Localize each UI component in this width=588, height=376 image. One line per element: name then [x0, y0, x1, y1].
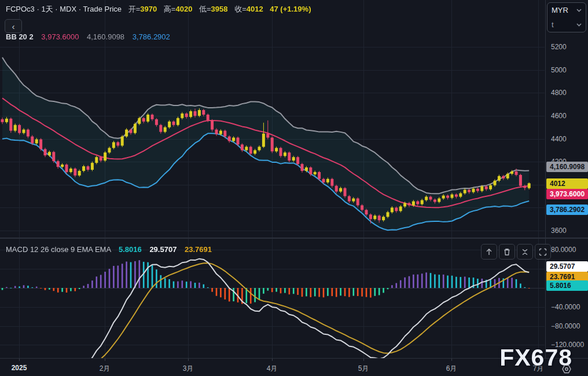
price-tick-label: 5000	[551, 66, 567, 74]
time-axis-label: 4月	[267, 364, 278, 374]
time-axis-label: 3月	[183, 364, 194, 374]
time-tick-mark	[105, 359, 105, 361]
time-axis-label: 2月	[100, 364, 111, 374]
chevron-down-icon	[576, 9, 582, 12]
price-axis[interactable]: 52005000480046004400420040003800360080.0…	[545, 0, 588, 358]
time-tick-mark	[363, 359, 364, 361]
unit-value: t	[552, 20, 554, 29]
bb-indicator-row[interactable]: BB 20 2 3,973.6000 4,160.9098 3,786.2902	[6, 32, 170, 41]
macd-line-value: 29.5707	[149, 245, 177, 254]
time-axis-settings-button[interactable]	[559, 364, 574, 374]
close-value: 4012	[247, 5, 263, 13]
collapse-pane-button[interactable]	[517, 244, 533, 260]
macd-signal-value: 23.7691	[185, 245, 212, 254]
last-price-badge: 4012	[546, 178, 588, 189]
hexagon-settings-icon	[559, 364, 574, 374]
macd-pane-toolbar	[481, 244, 551, 260]
price-tick-label: 4400	[551, 135, 567, 143]
open-label: 开=	[128, 5, 141, 13]
collapse-icon	[521, 248, 529, 256]
back-button[interactable]: ‹	[5, 19, 22, 33]
maximize-icon	[539, 248, 547, 256]
bb-label: BB 20 2	[6, 32, 34, 41]
macd-tick-label: −80.0000	[551, 322, 580, 330]
bb-basis-badge: 3,973.6000	[546, 189, 588, 199]
bb-lower-badge: 3,786.2902	[546, 205, 588, 215]
price-tick-label: 3600	[551, 227, 567, 235]
time-tick-mark	[19, 359, 20, 361]
bb-lower-value: 3,786.2902	[133, 32, 170, 41]
currency-value: MYR	[552, 6, 568, 14]
price-tick-label: 4800	[551, 89, 567, 97]
macd-indicator-row[interactable]: MACD 12 26 close 9 EMA EMA 5.8016 29.570…	[6, 245, 212, 254]
time-tick-mark	[188, 359, 189, 361]
macd-label: MACD 12 26 close 9 EMA EMA	[6, 245, 111, 254]
chart-window: FCPOc3 · 1天 · MDX · Trade Price 开=3970 高…	[0, 0, 588, 376]
bb-basis-value: 3,973.6000	[41, 32, 79, 41]
macd-chart-canvas[interactable]	[0, 239, 545, 358]
price-tick-label: 5200	[551, 43, 567, 51]
low-label: 低=	[199, 5, 211, 13]
low-value: 3958	[211, 5, 228, 13]
maximize-pane-button[interactable]	[535, 244, 551, 260]
high-label: 高=	[164, 5, 176, 13]
open-value: 3970	[140, 5, 157, 13]
chevron-left-icon: ‹	[12, 22, 15, 31]
macd-value-badge: 29.5707	[546, 261, 588, 272]
trash-icon	[503, 248, 511, 256]
pane-divider[interactable]	[0, 238, 588, 239]
unit-dropdown[interactable]: t	[547, 17, 586, 32]
delete-pane-button[interactable]	[499, 244, 515, 260]
macd-tick-label: 80.0000	[551, 246, 576, 254]
symbol-title: FCPOc3 · 1天 · MDX · Trade Price	[6, 5, 122, 13]
move-pane-up-button[interactable]	[481, 244, 497, 260]
arrow-up-icon	[485, 248, 493, 256]
hist-value-badge: 5.8016	[546, 280, 588, 291]
high-value: 4020	[175, 5, 192, 13]
close-label: 收=	[234, 5, 247, 13]
currency-dropdown[interactable]: MYR	[547, 3, 586, 17]
price-tick-label: 4600	[551, 112, 567, 120]
change-value: 47 (+1.19%)	[270, 5, 311, 13]
chevron-down-icon	[576, 23, 582, 27]
bb-upper-badge: 4,160.9098	[546, 162, 588, 172]
time-tick-mark	[272, 359, 273, 361]
bb-upper-value: 4,160.9098	[87, 32, 124, 41]
symbol-header: FCPOc3 · 1天 · MDX · Trade Price 开=3970 高…	[6, 4, 311, 14]
time-axis-label: 2025	[12, 364, 27, 372]
macd-tick-label: −40.0000	[551, 303, 580, 311]
time-axis-label: 5月	[358, 364, 369, 374]
macd-hist-value: 5.8016	[119, 245, 142, 254]
time-axis-label: 6月	[446, 364, 457, 374]
time-tick-mark	[451, 359, 452, 361]
currency-unit-panel: MYR t	[547, 2, 586, 32]
